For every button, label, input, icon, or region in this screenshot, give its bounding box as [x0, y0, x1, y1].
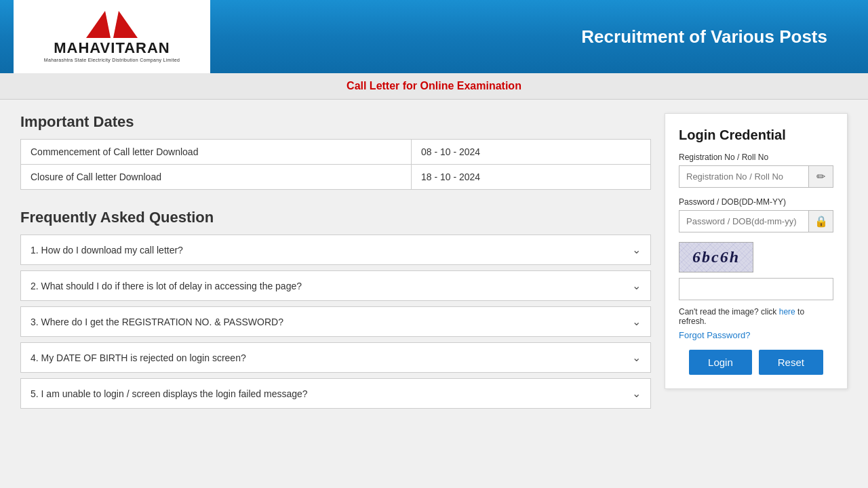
edit-icon: ✏	[808, 166, 833, 187]
captcha-image: 6bc6h	[679, 242, 753, 272]
faq-title: Frequently Asked Question	[20, 209, 651, 226]
right-column: Login Credential Registration No / Roll …	[665, 113, 848, 414]
faq-item-4[interactable]: 4. My DATE OF BIRTH is rejected on login…	[20, 342, 651, 373]
logo-box: MAHAVITARAN Maharashtra State Electricit…	[14, 0, 210, 73]
faq-item-2[interactable]: 2. What should I do if there is lot of d…	[20, 270, 651, 301]
registration-input[interactable]	[679, 166, 808, 187]
left-column: Important Dates Commencement of Call let…	[20, 113, 651, 414]
table-row: Closure of Call letter Download 18 - 10 …	[21, 165, 651, 190]
chevron-down-icon: ⌄	[632, 279, 641, 292]
forgot-password-link[interactable]: Forgot Password?	[679, 330, 833, 340]
date-label-1: Commencement of Call letter Download	[21, 140, 412, 165]
logo-inner: MAHAVITARAN Maharashtra State Electricit…	[44, 11, 180, 62]
lock-icon: 🔒	[808, 211, 833, 232]
password-input[interactable]	[679, 211, 808, 232]
login-button[interactable]: Login	[689, 350, 752, 375]
password-label: Password / DOB(DD-MM-YY)	[679, 197, 833, 207]
chevron-down-icon: ⌄	[632, 387, 641, 400]
date-value-2: 18 - 10 - 2024	[411, 165, 650, 190]
faq-question-3: 3. Where do I get the REGISTRATION NO. &…	[31, 317, 283, 327]
company-subtext: Maharashtra State Electricity Distributi…	[44, 58, 180, 62]
chevron-down-icon: ⌄	[632, 351, 641, 364]
captcha-help: Can't read the image? click here to refr…	[679, 307, 833, 326]
sub-header-text: Call Letter for Online Examination	[347, 80, 521, 92]
company-name: MAHAVITARAN	[44, 39, 180, 57]
faq-item-5[interactable]: 5. I am unable to login / screen display…	[20, 378, 651, 409]
captcha-input[interactable]	[679, 278, 833, 300]
important-dates-table: Commencement of Call letter Download 08 …	[20, 139, 651, 190]
login-title: Login Credential	[679, 127, 833, 143]
important-dates-title: Important Dates	[20, 113, 651, 131]
captcha-help-text: Can't read the image? click	[679, 307, 779, 317]
faq-question-4: 4. My DATE OF BIRTH is rejected on login…	[31, 352, 246, 363]
registration-label: Registration No / Roll No	[679, 152, 833, 162]
header: MAHAVITARAN Maharashtra State Electricit…	[0, 0, 868, 73]
button-row: Login Reset	[679, 350, 833, 375]
captcha-text: 6bc6h	[692, 248, 740, 266]
chevron-down-icon: ⌄	[632, 315, 641, 328]
main-content: Important Dates Commencement of Call let…	[0, 100, 868, 428]
date-value-1: 08 - 10 - 2024	[411, 140, 650, 165]
date-label-2: Closure of Call letter Download	[21, 165, 412, 190]
chevron-left-icon	[86, 11, 111, 38]
table-row: Commencement of Call letter Download 08 …	[21, 140, 651, 165]
reset-button[interactable]: Reset	[759, 350, 823, 375]
chevron-down-icon: ⌄	[632, 243, 641, 256]
faq-question-2: 2. What should I do if there is lot of d…	[31, 281, 302, 291]
faq-item-1[interactable]: 1. How do I download my call letter? ⌄	[20, 235, 651, 265]
registration-input-group: ✏	[679, 165, 833, 188]
faq-item-3[interactable]: 3. Where do I get the REGISTRATION NO. &…	[20, 306, 651, 337]
header-title: Recruitment of Various Posts	[210, 26, 854, 47]
faq-question-1: 1. How do I download my call letter?	[31, 245, 183, 256]
login-box: Login Credential Registration No / Roll …	[665, 113, 848, 389]
password-input-group: 🔒	[679, 210, 833, 232]
chevron-right-icon	[113, 11, 138, 38]
sub-header-banner: Call Letter for Online Examination	[0, 73, 868, 100]
faq-question-5: 5. I am unable to login / screen display…	[31, 388, 308, 399]
captcha-refresh-link[interactable]: here	[779, 307, 795, 317]
logo-chevrons	[44, 11, 180, 38]
